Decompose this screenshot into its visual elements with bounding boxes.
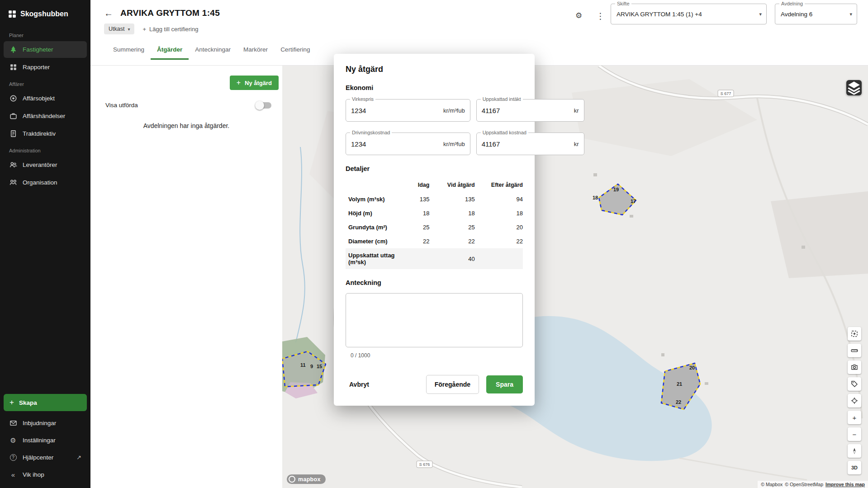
- logo-icon: [8, 10, 16, 18]
- compass-icon: [851, 447, 858, 455]
- note-heading: Anteckning: [346, 279, 523, 286]
- row-value: 18: [429, 206, 474, 220]
- sidebar-item-label: Affärshändelser: [23, 113, 65, 119]
- chevron-down-icon: ▾: [849, 11, 852, 17]
- dashboard-icon: [9, 63, 17, 71]
- camera-icon: [851, 364, 858, 371]
- organization-icon: [9, 179, 17, 187]
- tab-certifiering[interactable]: Certifiering: [274, 41, 316, 60]
- toggle-knob: [255, 101, 264, 110]
- note-textarea[interactable]: [346, 293, 523, 347]
- skifte-select[interactable]: Skifte ARVIKA GRYTTOM 1:45 (1) +4 ▾: [611, 4, 767, 24]
- sidebar-item-collapse[interactable]: « Vik ihop: [4, 466, 87, 483]
- avdelning-value: Avdelning 6: [781, 11, 812, 18]
- road-shield-s677: S 677: [718, 90, 734, 97]
- show-completed-toggle[interactable]: [256, 102, 271, 109]
- select-area-button[interactable]: [848, 327, 861, 341]
- row-value: 18: [475, 206, 523, 220]
- table-row: Diameter (cm) 22 22 22: [346, 234, 523, 248]
- parcel-number: 22: [676, 399, 681, 405]
- zoom-in-button[interactable]: +: [848, 411, 861, 424]
- empty-message: Avdelningen har inga åtgärder.: [90, 122, 282, 129]
- sidebar-item-rapporter[interactable]: Rapporter: [4, 59, 87, 76]
- locate-button[interactable]: [848, 394, 861, 407]
- measure-button[interactable]: [848, 344, 861, 357]
- settings-icon[interactable]: ⚙: [575, 11, 582, 20]
- sidebar-item-label: Fastigheter: [23, 46, 53, 53]
- uppskattad-intakt-field: Uppskattad intäkt kr: [476, 99, 584, 122]
- uppskattad-intakt-input[interactable]: [482, 107, 572, 114]
- column-vid-atgard: Vid åtgärd: [429, 178, 474, 192]
- drivningskostnad-field: Drivningskostnad kr/m³fub: [346, 133, 470, 155]
- drivningskostnad-unit: kr/m³fub: [441, 141, 465, 147]
- attribution-osm[interactable]: © OpenStreetMap: [785, 482, 823, 487]
- drivningskostnad-input[interactable]: [351, 140, 441, 148]
- app-root: Skogshubben Planer Fastigheter Rapporter…: [0, 0, 868, 488]
- attribution-improve-link[interactable]: Improve this map: [825, 482, 865, 487]
- tab-anteckningar[interactable]: Anteckningar: [189, 41, 237, 60]
- 3d-button[interactable]: 3D: [848, 461, 861, 474]
- table-row-highlighted: Uppskattat uttag (m³sk) 40: [346, 248, 523, 269]
- add-certification-button[interactable]: + Lägg till certifiering: [142, 26, 198, 33]
- row-value: [395, 248, 429, 269]
- economy-fields: Virkespris kr/m³fub Uppskattad intäkt kr…: [346, 99, 523, 155]
- back-button[interactable]: ←: [104, 9, 113, 18]
- zoom-out-button[interactable]: −: [848, 427, 861, 441]
- sidebar-item-installningar[interactable]: ⚙ Inställningar: [4, 432, 87, 449]
- tab-markorer[interactable]: Markörer: [237, 41, 274, 60]
- avdelning-select[interactable]: Avdelning Avdelning 6 ▾: [775, 4, 857, 24]
- virkespris-input[interactable]: [351, 107, 441, 114]
- skifte-value: ARVIKA GRYTTOM 1:45 (1) +4: [617, 11, 702, 18]
- attribution-mapbox[interactable]: © Mapbox: [761, 482, 783, 487]
- row-value: 22: [429, 234, 474, 248]
- previous-button[interactable]: Föregående: [426, 375, 479, 394]
- skifte-label: Skifte: [615, 1, 631, 6]
- sidebar-item-inbjudningar[interactable]: Inbjudningar: [4, 415, 87, 431]
- character-counter: 0 / 1000: [346, 352, 523, 359]
- mapbox-logo-text: mapbox: [298, 476, 321, 483]
- sidebar-item-label: Inbjudningar: [23, 420, 56, 426]
- virkespris-field: Virkespris kr/m³fub: [346, 99, 470, 122]
- road-shield-s676: S 676: [417, 461, 432, 468]
- sidebar-item-traktdirektiv[interactable]: Traktdirektiv: [4, 125, 87, 142]
- row-label: Grundyta (m²): [346, 220, 395, 234]
- people-icon: [9, 161, 17, 169]
- details-heading: Detaljer: [346, 165, 523, 172]
- status-badge[interactable]: Utkast ▾: [104, 24, 134, 34]
- cancel-button[interactable]: Avbryt: [346, 376, 373, 393]
- tab-summering[interactable]: Summering: [107, 41, 151, 60]
- more-options-icon[interactable]: ⋮: [596, 11, 605, 21]
- sidebar-item-label: Affärsobjekt: [23, 95, 55, 102]
- sidebar-item-fastigheter[interactable]: Fastigheter: [4, 41, 87, 58]
- svg-text:S 676: S 676: [419, 462, 430, 467]
- column-idag: Idag: [395, 178, 429, 192]
- sidebar-item-organisation[interactable]: Organisation: [4, 174, 87, 191]
- sidebar-item-affarshandelser[interactable]: Affärshändelser: [4, 108, 87, 124]
- uppskattad-kostnad-unit: kr: [572, 141, 579, 147]
- envelope-icon: [9, 419, 17, 427]
- create-button-label: Skapa: [19, 399, 37, 406]
- tag-button[interactable]: [848, 377, 861, 391]
- sidebar-item-label: Inställningar: [23, 437, 56, 444]
- avdelning-label: Avdelning: [779, 1, 805, 6]
- uppskattad-kostnad-input[interactable]: [482, 140, 572, 148]
- sidebar-item-hjalpcenter[interactable]: ? Hjälpcenter ↗: [4, 449, 87, 466]
- page-title: ARVIKA GRYTTOM 1:45: [120, 8, 220, 18]
- sidebar-item-leverantorer[interactable]: Leverantörer: [4, 156, 87, 173]
- camera-button[interactable]: [848, 360, 861, 374]
- sidebar-item-affarsobjekt[interactable]: Affärsobjekt: [4, 90, 87, 107]
- new-action-button[interactable]: + Ny åtgärd: [230, 76, 279, 90]
- row-value: 25: [429, 220, 474, 234]
- layers-icon: [846, 80, 862, 95]
- details-table: Idag Vid åtgärd Efter åtgärd Volym (m³sk…: [346, 178, 523, 269]
- row-label: Uppskattat uttag (m³sk): [346, 248, 395, 269]
- tab-atgarder[interactable]: Åtgärder: [151, 41, 189, 60]
- sidebar-footer: + Skapa Inbjudningar ⚙ Inställningar ? H…: [0, 390, 90, 488]
- virkespris-label: Virkespris: [350, 96, 375, 102]
- show-completed-label: Visa utförda: [105, 102, 138, 109]
- save-button[interactable]: Spara: [486, 375, 523, 393]
- create-button[interactable]: + Skapa: [4, 394, 87, 411]
- row-value: 22: [395, 234, 429, 248]
- compass-button[interactable]: [848, 444, 861, 458]
- layers-button[interactable]: [846, 80, 862, 95]
